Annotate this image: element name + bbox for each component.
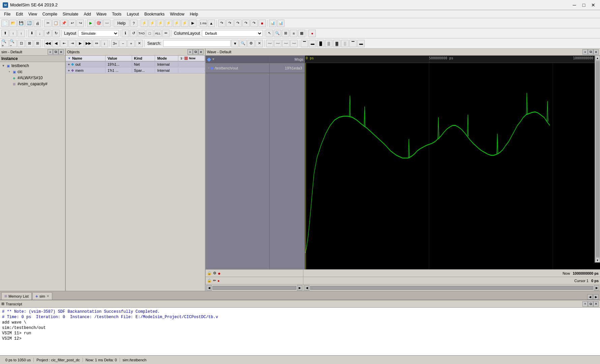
tb3-disp1[interactable]: ▔: [301, 40, 308, 47]
menu-help[interactable]: Help: [187, 11, 201, 17]
minimize-btn[interactable]: ─: [570, 1, 578, 9]
instance-expand-btn[interactable]: +: [48, 49, 53, 55]
tb3-wave4[interactable]: 〰: [290, 40, 298, 47]
tb3-disp3[interactable]: █: [317, 40, 324, 47]
tb2-list[interactable]: ≡: [290, 30, 297, 37]
wave-signal-row-out[interactable]: + ◆ /testbench/out: [206, 63, 269, 73]
menu-wave[interactable]: Wave: [94, 11, 109, 17]
tb3-disp4[interactable]: ▒: [325, 40, 332, 47]
tb2-c2[interactable]: ↺: [130, 30, 137, 37]
tb-sim3[interactable]: ⚡: [157, 20, 164, 27]
tb-r2[interactable]: 📊: [277, 20, 284, 27]
wave-undock-btn[interactable]: ⧉: [588, 49, 593, 55]
menu-add[interactable]: Add: [81, 11, 94, 17]
transcript-undock-btn[interactable]: ⧉: [588, 301, 593, 307]
layout-select[interactable]: Simulate Default: [78, 30, 119, 37]
tb-stop[interactable]: ■: [259, 20, 266, 27]
tb-help2[interactable]: ?: [130, 20, 138, 27]
close-btn[interactable]: ✕: [589, 1, 597, 9]
tb3-disp6[interactable]: ░: [341, 40, 349, 47]
tab-nav-left[interactable]: ◀: [587, 294, 593, 300]
menu-view[interactable]: View: [26, 11, 40, 17]
tb3-zoomin[interactable]: 🔍+: [1, 40, 9, 47]
tb3-sub[interactable]: −: [119, 40, 127, 47]
tb3-disp8[interactable]: ▬: [357, 40, 365, 47]
tb2-c3[interactable]: □: [146, 30, 153, 37]
tab-sim[interactable]: ◈ sim ✕: [32, 292, 52, 300]
tb-step1[interactable]: ↷: [218, 20, 226, 27]
tb-target[interactable]: 🎯: [95, 20, 102, 27]
wave-vscroll[interactable]: ▲ ▼: [595, 56, 600, 263]
tb2-r[interactable]: ●: [308, 30, 316, 37]
tb3-add2[interactable]: +: [127, 40, 135, 47]
expand-cic[interactable]: +: [7, 70, 11, 74]
expand-mem[interactable]: +: [68, 68, 70, 72]
tb-redo[interactable]: ↪: [77, 20, 84, 27]
tb2-down2[interactable]: ↓: [36, 30, 43, 37]
obj-row-out[interactable]: + ◆ out 19'h1... Net Internal: [66, 61, 205, 67]
tb-print[interactable]: 🖨: [34, 20, 41, 27]
tb-1ms[interactable]: 1 ms: [200, 20, 207, 27]
column-layout-select[interactable]: Default: [202, 30, 263, 37]
menu-window[interactable]: Window: [167, 11, 187, 17]
tb-paste[interactable]: 📌: [60, 20, 68, 27]
expand-out[interactable]: +: [68, 62, 70, 66]
tb2-pen[interactable]: ✏: [162, 30, 170, 37]
transcript-close-btn[interactable]: ✕: [593, 301, 599, 307]
menu-edit[interactable]: Edit: [13, 11, 26, 17]
tb-undo[interactable]: ↩: [68, 20, 76, 27]
expand-vsim[interactable]: [7, 82, 11, 86]
tb-copy[interactable]: 📋: [52, 20, 60, 27]
tb2-cursor[interactable]: ↖: [266, 30, 273, 37]
tb2-reload2[interactable]: ↻: [52, 30, 60, 37]
tb3-nav6[interactable]: ▶▶: [85, 40, 92, 47]
tb-sim6[interactable]: ⚡: [181, 20, 188, 27]
tab-memory-list[interactable]: ⊞ Memory List: [1, 292, 32, 300]
tb-wave2[interactable]: 〰: [103, 20, 111, 27]
tb3-nav1[interactable]: ◀◀: [44, 40, 52, 47]
hscroll-left-right[interactable]: ▶: [297, 285, 302, 291]
tb-step2[interactable]: ↷: [226, 20, 234, 27]
expand-always[interactable]: [7, 76, 11, 80]
tb2-zoom1[interactable]: 🔍: [274, 30, 281, 37]
hscroll-right-left[interactable]: ◀: [304, 285, 309, 291]
obj-row-mem[interactable]: + ◆ mem 1'h1 ... Spar... Internal: [66, 67, 205, 73]
tb3-nav5[interactable]: ▶: [77, 40, 84, 47]
hscroll-left-left[interactable]: ◀: [206, 285, 212, 291]
menu-layout[interactable]: Layout: [124, 11, 142, 17]
tab-nav-right[interactable]: ▶: [593, 294, 599, 300]
tb-up[interactable]: ▲: [208, 20, 215, 27]
menu-compile[interactable]: Compile: [40, 11, 60, 17]
expand-testbench[interactable]: ▼: [1, 64, 5, 68]
tb-refresh[interactable]: 🔄: [26, 20, 33, 27]
objects-undock-btn[interactable]: ⧉: [193, 49, 198, 55]
menu-tools[interactable]: Tools: [109, 11, 124, 17]
tb-sim5[interactable]: ⚡: [173, 20, 180, 27]
tb3-zoomsel[interactable]: ⊠: [26, 40, 33, 47]
tb2-reload[interactable]: ↺: [44, 30, 52, 37]
tb-step4[interactable]: ↷: [242, 20, 250, 27]
wave-expand-btn[interactable]: +: [582, 49, 588, 55]
tb-step5[interactable]: ↷: [250, 20, 258, 27]
tb2-c1[interactable]: ℹ: [122, 30, 129, 37]
tb3-add1[interactable]: 3+: [111, 40, 119, 47]
tb-new[interactable]: 📄: [1, 20, 9, 27]
tb-r1[interactable]: 📊: [269, 20, 276, 27]
tb3-zoomout[interactable]: 🔍−: [9, 40, 17, 47]
tb-run[interactable]: ▶: [87, 20, 94, 27]
tb3-search-opt[interactable]: ⚙: [247, 40, 255, 47]
tb3-wave1[interactable]: 〰: [266, 40, 273, 47]
tree-item-always[interactable]: ◈ #ALWAYS#10: [1, 75, 64, 81]
tb3-wave3[interactable]: 〰: [282, 40, 290, 47]
tb3-cross[interactable]: ✕: [136, 40, 143, 47]
wave-vscroll-down[interactable]: ▼: [595, 258, 600, 263]
search-input[interactable]: [163, 40, 231, 47]
wave-hscroll-left[interactable]: ◀ ▶: [206, 284, 303, 291]
objects-close-btn[interactable]: ✕: [198, 49, 204, 55]
tb2-grid[interactable]: ▦: [298, 30, 305, 37]
tb3-zoomfull[interactable]: ⊞: [34, 40, 41, 47]
wave-hscroll-right[interactable]: ◀ ▶: [303, 284, 600, 291]
hscroll-right-right[interactable]: ▶: [594, 285, 599, 291]
tb3-nav2[interactable]: ◀: [52, 40, 60, 47]
transcript-expand-btn[interactable]: +: [582, 301, 588, 307]
